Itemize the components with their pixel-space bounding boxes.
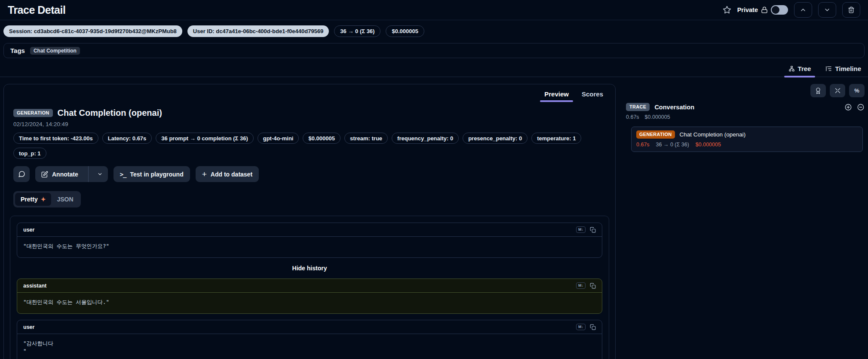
copy-button[interactable] (590, 227, 596, 233)
metric-badge: Latency: 0.67s (102, 133, 152, 144)
actions-row: Annotate >_ Test in playground + Add to … (4, 159, 615, 182)
annotate-button[interactable]: Annotate (35, 166, 108, 182)
tab-timeline[interactable]: Timeline (824, 62, 863, 77)
previous-trace-button[interactable] (794, 2, 812, 18)
copy-button[interactable] (590, 324, 596, 330)
generation-latency: 0.67s (636, 142, 650, 148)
percent-icon: % (854, 87, 859, 94)
page-header: Trace Detail Private (0, 0, 868, 20)
trace-tree-sidebar: % TRACE Conversation (620, 84, 865, 152)
copy-icon (590, 283, 596, 289)
chevron-down-icon (97, 171, 103, 177)
user-id-badge[interactable]: User ID: dc47a41e-06bc-400d-bde1-f0e440d… (187, 25, 329, 37)
annotate-button-main[interactable]: Annotate (35, 166, 84, 182)
pretty-toggle[interactable]: Pretty ✦ (15, 193, 51, 206)
panel-tabs: Preview Scores (4, 84, 615, 102)
tags-label: Tags (10, 47, 25, 54)
generation-node-card[interactable]: GENERATION Chat Completion (openai) 0.67… (631, 127, 863, 152)
toggle-knob (772, 6, 779, 14)
expand-all-button[interactable] (844, 103, 852, 111)
message-assistant: assistant M↓ "대한민국의 수도는 서울입니다." (17, 279, 602, 314)
token-usage-badge: 36 → 0 (Σ 36) (334, 25, 380, 37)
observation-header: GENERATION Chat Completion (openai) 02/1… (4, 102, 615, 127)
message-user-1: user M↓ "대한민국의 수도는 무엇인가요?" (17, 223, 602, 258)
metrics-percent-button[interactable]: % (849, 84, 865, 97)
tab-scores[interactable]: Scores (581, 89, 604, 102)
sparkles-icon: ✦ (41, 196, 46, 202)
format-toggle-row: Pretty ✦ JSON (4, 182, 615, 207)
trace-cost: $0.000005 (645, 114, 670, 120)
tree-icon (788, 65, 795, 72)
tab-preview[interactable]: Preview (543, 89, 570, 102)
message-role: assistant (23, 283, 46, 289)
metric-badge: $0.000005 (303, 133, 340, 144)
tab-tree-label: Tree (798, 65, 811, 72)
json-toggle[interactable]: JSON (51, 193, 79, 206)
tag-chip[interactable]: Chat Competition (30, 47, 80, 55)
pretty-label: Pretty (21, 196, 38, 203)
metric-badge: top_p: 1 (13, 148, 46, 159)
session-badge[interactable]: Session: cd3abcd6-c81c-4037-935d-19d9f27… (3, 25, 182, 37)
plus-circle-icon (844, 103, 852, 111)
generation-node-title: Chat Completion (openai) (680, 131, 746, 138)
collapse-node-button[interactable] (857, 103, 865, 111)
view-tabs: Tree Timeline (0, 58, 868, 77)
scores-award-button[interactable] (810, 84, 826, 97)
format-toggle: Pretty ✦ JSON (13, 191, 81, 207)
observation-timestamp: 02/12/2024, 14:20:49 (13, 121, 606, 127)
privacy-label: Private (737, 6, 758, 13)
message-role: user (23, 227, 34, 233)
collapse-all-button[interactable] (830, 84, 845, 97)
copy-button[interactable] (590, 283, 596, 289)
tab-timeline-label: Timeline (835, 65, 861, 72)
message-header: user M↓ (17, 320, 602, 334)
observation-badges-row-1: Time to first token: -423.00s Latency: 0… (4, 127, 615, 144)
timeline-icon (825, 65, 832, 72)
generation-cost: $0.000005 (696, 142, 721, 148)
test-in-playground-button[interactable]: >_ Test in playground (113, 166, 190, 182)
message-content: "대한민국의 수도는 서울입니다." (17, 293, 602, 313)
edit-pen-icon (41, 171, 48, 178)
trace-node-row[interactable]: TRACE Conversation (620, 103, 865, 111)
trace-node-title: Conversation (654, 104, 694, 111)
next-trace-button[interactable] (818, 2, 836, 18)
tab-tree[interactable]: Tree (787, 62, 813, 77)
bookmark-star-button[interactable] (723, 6, 731, 14)
star-icon (723, 6, 731, 14)
privacy-toggle[interactable] (771, 5, 788, 15)
markdown-toggle-icon[interactable]: M↓ (576, 226, 586, 233)
annotate-label: Annotate (52, 171, 78, 178)
sidebar-toolbar: % (620, 84, 865, 97)
delete-trace-button[interactable] (842, 2, 860, 18)
split-divider (88, 166, 89, 182)
trace-node-metrics: 0.67s $0.000005 (620, 114, 865, 120)
hide-history-button[interactable]: Hide history (17, 264, 602, 272)
award-icon (815, 87, 822, 94)
copy-icon (590, 324, 596, 330)
observation-type-badge: GENERATION (13, 109, 53, 117)
comment-icon (18, 170, 25, 178)
trace-latency: 0.67s (626, 114, 639, 120)
lock-icon (761, 6, 768, 13)
annotate-dropdown[interactable] (92, 166, 108, 182)
generation-tokens: 36 → 0 (Σ 36) (656, 142, 689, 148)
observation-badges-row-2: top_p: 1 (4, 144, 615, 159)
terminal-icon: >_ (120, 171, 126, 178)
metric-badge: stream: true (344, 133, 388, 144)
cost-badge: $0.000005 (386, 25, 424, 37)
header-actions: Private (723, 2, 860, 18)
metric-badge: 36 prompt → 0 completion (Σ 36) (156, 133, 253, 144)
message-user-2: user M↓ "감사합니다 " (17, 320, 602, 359)
add-to-dataset-button[interactable]: + Add to dataset (196, 166, 259, 182)
markdown-toggle-icon[interactable]: M↓ (576, 282, 586, 289)
tags-container[interactable]: Tags Chat Competition (3, 43, 865, 58)
comment-button[interactable] (13, 166, 30, 182)
metric-badge: frequency_penalty: 0 (392, 133, 459, 144)
markdown-toggle-icon[interactable]: M↓ (576, 324, 586, 330)
chevron-up-icon (800, 6, 807, 13)
test-in-playground-label: Test in playground (130, 171, 184, 178)
trace-meta-row: Session: cd3abcd6-c81c-4037-935d-19d9f27… (0, 20, 868, 42)
metric-badge: temperature: 1 (531, 133, 581, 144)
content-area: Preview Scores GENERATION Chat Completio… (0, 77, 868, 354)
copy-icon (590, 227, 596, 233)
